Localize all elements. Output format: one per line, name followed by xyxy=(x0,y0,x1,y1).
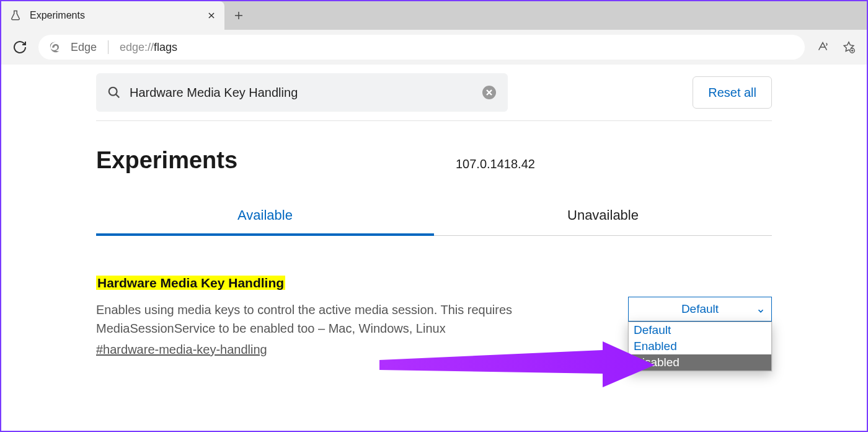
flag-state-option[interactable]: Disabled xyxy=(629,354,771,371)
flag-state-selected: Default xyxy=(681,302,719,316)
toolbar-actions xyxy=(816,40,856,54)
flag-state-select[interactable]: Default xyxy=(628,297,772,322)
flag-description: Enables using media keys to control the … xyxy=(96,300,603,338)
flag-row: Hardware Media Key Handling Enables usin… xyxy=(96,276,772,357)
search-query-text: Hardware Media Key Handling xyxy=(130,86,473,100)
omnibox-url: edge://flags xyxy=(120,41,177,54)
reset-all-button[interactable]: Reset all xyxy=(693,76,772,109)
flag-state-option[interactable]: Enabled xyxy=(629,338,771,354)
browser-chrome: Experiments Edge edge://flags xyxy=(1,1,867,65)
flask-icon xyxy=(10,10,21,21)
flag-anchor-link[interactable]: #hardware-media-key-handling xyxy=(96,343,267,357)
flag-state-dropdown[interactable]: DefaultEnabledDisabled xyxy=(628,322,772,371)
svg-point-1 xyxy=(109,88,117,96)
tab-bar: Available Unavailable xyxy=(96,207,772,236)
divider xyxy=(96,120,772,121)
tab-strip: Experiments xyxy=(1,1,867,30)
flags-search-input[interactable]: Hardware Media Key Handling xyxy=(96,73,508,112)
chevron-down-icon xyxy=(756,305,765,313)
close-tab-icon[interactable] xyxy=(207,11,216,20)
browser-toolbar: Edge edge://flags xyxy=(1,30,867,65)
address-bar[interactable]: Edge edge://flags xyxy=(38,35,805,60)
omnibox-divider xyxy=(108,40,108,54)
tab-available[interactable]: Available xyxy=(96,207,434,236)
browser-tab[interactable]: Experiments xyxy=(1,1,224,30)
tab-title: Experiments xyxy=(30,10,198,21)
flag-title: Hardware Media Key Handling xyxy=(96,276,285,290)
edge-logo-icon xyxy=(50,41,62,53)
search-row: Hardware Media Key Handling Reset all xyxy=(96,73,772,112)
new-tab-button[interactable] xyxy=(224,1,253,30)
flag-state-option[interactable]: Default xyxy=(629,322,771,338)
reload-icon[interactable] xyxy=(12,40,27,55)
omnibox-source-label: Edge xyxy=(71,41,97,54)
search-icon xyxy=(107,86,121,99)
clear-search-icon[interactable] xyxy=(482,85,497,100)
version-text: 107.0.1418.42 xyxy=(456,157,535,171)
page-header: Experiments 107.0.1418.42 xyxy=(96,147,772,174)
read-aloud-icon[interactable] xyxy=(816,40,830,54)
page-content: Hardware Media Key Handling Reset all Ex… xyxy=(1,65,867,431)
favorite-icon[interactable] xyxy=(842,40,856,54)
page-title: Experiments xyxy=(96,147,456,174)
tab-unavailable[interactable]: Unavailable xyxy=(434,207,772,235)
